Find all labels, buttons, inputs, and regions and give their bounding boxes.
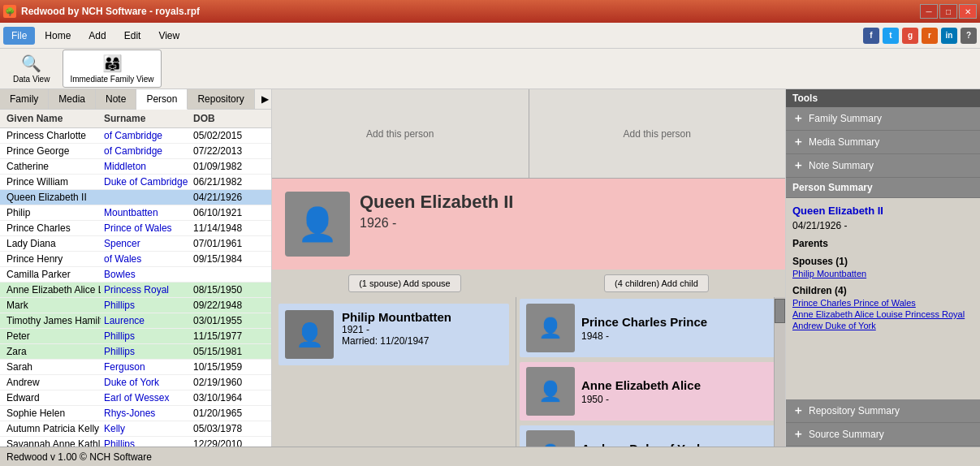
spouse-info: Philip Mountbatten 1921 - Married: 11/20… xyxy=(342,310,451,347)
child-card[interactable]: 👤 Anne Elizabeth Alice 1950 - xyxy=(520,362,782,421)
parent-slot-right[interactable]: Add this person xyxy=(529,89,786,178)
menu-home[interactable]: Home xyxy=(37,27,79,45)
maximize-button[interactable]: □ xyxy=(939,4,957,19)
left-panel: Family Media Note Person Repository ▶ Gi… xyxy=(0,89,272,447)
menu-add[interactable]: Add xyxy=(80,27,114,45)
cell-surname: Phillips xyxy=(101,345,190,358)
cell-dob: 07/22/2013 xyxy=(190,145,255,157)
ps-child-link-3[interactable]: Andrew Duke of York xyxy=(792,321,974,330)
child-name: Prince Charles Prince xyxy=(581,315,707,329)
spouse-birth: 1921 - xyxy=(342,324,451,335)
table-row[interactable]: Edward Earl of Wessex 03/10/1964 xyxy=(0,390,271,406)
menu-edit[interactable]: Edit xyxy=(116,27,149,45)
social-icons: f t g r in ? xyxy=(863,28,977,44)
facebook-icon[interactable]: f xyxy=(863,28,879,44)
spouse-column: 👤 Philip Mountbatten 1921 - Married: 11/… xyxy=(272,297,516,447)
ps-name[interactable]: Queen Elizabeth II xyxy=(792,205,974,217)
ps-child-link-1[interactable]: Prince Charles Prince of Wales xyxy=(792,298,974,308)
add-parent-left-label: Add this person xyxy=(366,128,434,140)
add-child-button[interactable]: (4 children) Add child xyxy=(604,274,709,292)
rss-icon[interactable]: r xyxy=(922,28,938,44)
immediate-family-view-button[interactable]: 👨‍👩‍👧 Immediate Family View xyxy=(63,50,161,88)
table-row[interactable]: Philip Mountbatten 06/10/1921 xyxy=(0,205,271,221)
ps-spouse-link[interactable]: Philip Mountbatten xyxy=(792,269,974,278)
cell-given: Timothy James Hamilton xyxy=(3,314,101,327)
cell-dob: 04/21/1926 xyxy=(190,191,255,204)
child-avatar-icon: 👤 xyxy=(538,380,563,403)
scrollbar-thumb[interactable] xyxy=(775,299,785,323)
table-row[interactable]: Catherine Middleton 01/09/1982 xyxy=(0,159,271,175)
tab-media[interactable]: Media xyxy=(49,89,96,109)
media-summary-label: Media Summary xyxy=(809,136,879,148)
table-header: Given Name Surname DOB xyxy=(0,110,271,128)
table-row[interactable]: Prince William Duke of Cambridge 06/21/1… xyxy=(0,175,271,190)
table-row[interactable]: Peter Phillips 11/15/1977 xyxy=(0,329,271,344)
tabs: Family Media Note Person Repository ▶ xyxy=(0,89,271,110)
table-row[interactable]: Andrew Duke of York 02/19/1960 xyxy=(0,375,271,390)
center-panel: Add this person Add this person 👤 Queen … xyxy=(272,89,785,447)
children-scrollbar[interactable] xyxy=(774,297,785,447)
tab-note[interactable]: Note xyxy=(96,89,136,109)
table-row[interactable]: Zara Phillips 05/15/1981 xyxy=(0,344,271,360)
status-text: Redwood v 1.00 © NCH Software xyxy=(6,451,152,463)
child-card[interactable]: 👤 Prince Charles Prince 1948 - xyxy=(520,299,782,357)
linkedin-icon[interactable]: in xyxy=(941,28,957,44)
cell-surname: Ferguson xyxy=(101,360,190,373)
cell-dob: 01/09/1982 xyxy=(190,160,255,173)
table-row[interactable]: Prince George of Cambridge 07/22/2013 xyxy=(0,144,271,159)
data-view-icon: 🔍 xyxy=(21,54,41,73)
main-content: Family Media Note Person Repository ▶ Gi… xyxy=(0,89,980,447)
family-summary-section[interactable]: ＋ Family Summary xyxy=(786,107,980,131)
spouse-card[interactable]: 👤 Philip Mountbatten 1921 - Married: 11/… xyxy=(278,304,509,365)
main-person-dates: 1926 - xyxy=(360,216,772,231)
cell-surname: Phillips xyxy=(101,438,190,447)
person-summary-header[interactable]: Person Summary xyxy=(786,178,980,198)
close-button[interactable]: ✕ xyxy=(959,4,977,19)
data-view-button[interactable]: 🔍 Data View xyxy=(6,50,56,87)
cell-given: Edward xyxy=(3,391,101,404)
cell-dob: 09/22/1948 xyxy=(190,299,255,312)
spouse-name: Philip Mountbatten xyxy=(342,310,451,324)
table-row[interactable]: Autumn Patricia Kelly Kelly 05/03/1978 xyxy=(0,421,271,437)
menubar: File Home Add Edit View f t g r in ? xyxy=(0,23,980,49)
cell-surname: Rhys-Jones xyxy=(101,407,190,420)
table-row[interactable]: Lady Diana Spencer 07/01/1961 xyxy=(0,236,271,252)
table-row[interactable]: Queen Elizabeth II 04/21/1926 xyxy=(0,190,271,205)
child-avatar-icon: 👤 xyxy=(538,443,563,447)
help-icon[interactable]: ? xyxy=(961,28,977,44)
ps-child-link-2[interactable]: Anne Elizabeth Alice Louise Princess Roy… xyxy=(792,309,974,319)
table-row[interactable]: Mark Phillips 09/22/1948 xyxy=(0,298,271,313)
table-row[interactable]: Prince Charles Prince of Wales 11/14/194… xyxy=(0,221,271,236)
repository-summary-section[interactable]: ＋ Repository Summary xyxy=(786,399,980,423)
menu-file[interactable]: File xyxy=(3,27,35,45)
minimize-button[interactable]: ─ xyxy=(920,4,938,19)
cell-surname: Duke of York xyxy=(101,376,190,389)
table-row[interactable]: Princess Charlotte of Cambridge 05/02/20… xyxy=(0,128,271,144)
source-summary-section[interactable]: ＋ Source Summary xyxy=(786,423,980,447)
toolbar: 🔍 Data View 👨‍👩‍👧 Immediate Family View xyxy=(0,49,980,89)
main-person-info: Queen Elizabeth II 1926 - xyxy=(360,192,772,231)
table-row[interactable]: Savannah Anne Kathleen Phillips 12/29/20… xyxy=(0,437,271,447)
google-icon[interactable]: g xyxy=(902,28,918,44)
table-row[interactable]: Sophie Helen Rhys-Jones 01/20/1965 xyxy=(0,406,271,421)
tab-repository[interactable]: Repository xyxy=(188,89,254,109)
ps-parents-label: Parents xyxy=(792,238,974,249)
table-row[interactable]: Camilla Parker Bowles xyxy=(0,267,271,283)
add-spouse-button[interactable]: (1 spouse) Add spouse xyxy=(348,274,461,292)
cell-given: Queen Elizabeth II xyxy=(3,191,101,204)
table-row[interactable]: Timothy James Hamilton Laurence 03/01/19… xyxy=(0,313,271,329)
media-summary-section[interactable]: ＋ Media Summary xyxy=(786,131,980,154)
table-row[interactable]: Prince Henry of Wales 09/15/1984 xyxy=(0,252,271,267)
child-card[interactable]: 👤 Andrew Duke of York 1960 - xyxy=(520,425,782,447)
parent-slot-left[interactable]: Add this person xyxy=(272,89,529,178)
menu-view[interactable]: View xyxy=(150,27,188,45)
note-summary-section[interactable]: ＋ Note Summary xyxy=(786,154,980,178)
twitter-icon[interactable]: t xyxy=(883,28,899,44)
table-row[interactable]: Sarah Ferguson 10/15/1959 xyxy=(0,360,271,375)
tab-person[interactable]: Person xyxy=(136,89,188,110)
cell-dob: 05/02/2015 xyxy=(190,129,255,142)
table-row[interactable]: Anne Elizabeth Alice Louise Princess Roy… xyxy=(0,283,271,298)
tab-family[interactable]: Family xyxy=(0,89,49,109)
tab-next-arrow[interactable]: ▶ xyxy=(257,90,274,108)
cell-given: Philip xyxy=(3,206,101,219)
